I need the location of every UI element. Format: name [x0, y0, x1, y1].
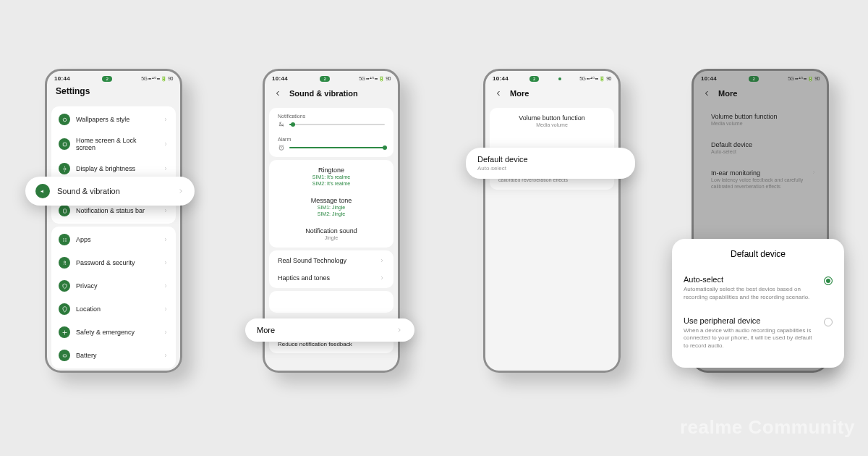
row-inear: In-ear monitoring Low latency voice feed…	[702, 164, 818, 195]
chevron-right-icon	[163, 237, 169, 242]
callout-more[interactable]: More	[245, 318, 414, 342]
extras-group: Real Sound Technology Haptics and tones	[269, 250, 393, 288]
chevron-right-icon	[177, 187, 184, 195]
radio-selected-icon[interactable]	[824, 276, 833, 285]
bell-off-icon	[278, 121, 285, 128]
row-volume-button: Volume button function Media volume	[702, 108, 818, 132]
status-time: 10:44	[272, 75, 288, 82]
row-homescreen[interactable]: Home screen & Lock screen	[51, 131, 176, 157]
chevron-right-icon	[163, 306, 169, 312]
phone-1-settings: 10:44 2 5G ▪▪ ⁴ᴳ ▪▪ 🔋 90 Settings Wallpa…	[45, 69, 182, 373]
status-bar: 10:44 2 5G ▪▪ ⁴ᴳ ▪▪ 🔋 90	[485, 71, 618, 85]
row-privacy[interactable]: Privacy	[51, 274, 176, 297]
chevron-right-icon	[379, 258, 385, 263]
callout-sound-vibration[interactable]: Sound & vibration	[25, 177, 195, 206]
chevron-right-icon	[163, 117, 169, 122]
slider-track[interactable]	[289, 124, 385, 125]
chevron-right-icon	[163, 166, 169, 172]
chevron-right-icon	[163, 141, 169, 147]
row-real-sound[interactable]: Real Sound Technology	[269, 252, 393, 269]
option-peripheral[interactable]: Use peripheral device When a device with…	[684, 311, 833, 359]
status-bar: 10:44 2 5G ▪▪ ⁴ᴳ ▪▪ 🔋 90	[694, 71, 827, 85]
sheet-title: Default device	[684, 249, 833, 259]
battery-icon	[59, 350, 70, 361]
svg-point-8	[63, 240, 64, 242]
row-ringtone[interactable]: Ringtone SIM1: It's realme SIM2: It's re…	[269, 161, 393, 192]
lock-icon	[59, 257, 70, 269]
page-header: More	[694, 85, 827, 105]
row-battery[interactable]: Battery	[51, 344, 176, 367]
svg-rect-1	[63, 143, 67, 146]
status-signal: 5G ▪▪ ⁴ᴳ ▪▪ 🔋 90	[359, 76, 391, 82]
row-apps[interactable]: Apps	[51, 228, 176, 251]
status-signal: 5G ▪▪ ⁴ᴳ ▪▪ 🔋 90	[788, 76, 820, 82]
back-icon[interactable]	[702, 89, 711, 98]
emergency-icon	[59, 326, 70, 338]
status-signal: 5G ▪▪ ⁴ᴳ ▪▪ 🔋 90	[141, 76, 173, 82]
chevron-right-icon	[379, 275, 385, 281]
status-time: 10:44	[54, 75, 70, 82]
brightness-icon	[59, 163, 70, 174]
watermark-text: realme Community	[680, 416, 855, 439]
dot-icon	[558, 77, 561, 80]
sound-icon	[35, 184, 50, 198]
status-badge: 2	[320, 76, 329, 82]
row-volume-button[interactable]: Volume button function Media volume	[490, 109, 614, 133]
status-badge: 2	[749, 76, 758, 82]
page-header: Sound & vibration	[265, 85, 398, 105]
chevron-right-icon	[163, 208, 169, 214]
row-location[interactable]: Location	[51, 297, 176, 321]
dim-content: Volume button function Media volume Defa…	[694, 105, 827, 198]
sheet-default-device: Default device Auto-select Automatically…	[672, 239, 844, 368]
status-bar: 10:44 2 5G ▪▪ ⁴ᴳ ▪▪ 🔋 90	[265, 71, 398, 85]
home-icon	[59, 138, 70, 150]
svg-point-2	[64, 168, 66, 170]
option-auto-select[interactable]: Auto-select Automatically select the bes…	[684, 269, 833, 311]
settings-group-2: Apps Password & security Privacy Locatio…	[51, 227, 176, 368]
notification-icon	[59, 205, 70, 216]
status-badge: 2	[529, 76, 539, 82]
back-icon[interactable]	[494, 89, 503, 98]
status-badge: 2	[102, 76, 111, 82]
status-bar: 10:44 2 5G ▪▪ ⁴ᴳ ▪▪ 🔋 90	[47, 71, 180, 85]
chevron-right-icon	[163, 329, 169, 335]
slider-track[interactable]	[289, 147, 385, 148]
status-time: 10:44	[493, 75, 509, 82]
row-notification-sound[interactable]: Notification sound Jingle	[269, 222, 393, 246]
svg-point-7	[65, 238, 67, 240]
row-haptics[interactable]: Haptics and tones	[269, 269, 393, 287]
chevron-right-icon	[163, 260, 169, 266]
volume-sliders: Notifications Alarm	[269, 108, 393, 157]
chevron-right-icon	[396, 326, 403, 334]
chevron-right-icon	[811, 169, 817, 175]
phone-3-more: 10:44 2 5G ▪▪ ⁴ᴳ ▪▪ 🔋 90 More Volume but…	[483, 69, 621, 373]
row-default-device: Default device Auto-select	[702, 136, 818, 160]
svg-point-9	[65, 240, 67, 242]
page-header: More	[485, 85, 618, 105]
slider-notifications[interactable]: Notifications	[269, 109, 393, 132]
back-icon[interactable]	[273, 89, 282, 98]
tones-group: Ringtone SIM1: It's realme SIM2: It's re…	[269, 160, 393, 248]
row-message-tone[interactable]: Message tone SIM1: Jingle SIM2: Jingle	[269, 192, 393, 222]
svg-point-6	[63, 238, 64, 240]
chevron-right-icon	[163, 352, 169, 358]
settings-group-1: Wallpapers & style Home screen & Lock sc…	[51, 106, 176, 224]
svg-rect-5	[63, 208, 66, 212]
radio-unselected-icon[interactable]	[824, 318, 833, 326]
callout-default-device[interactable]: Default device Auto-select	[466, 148, 635, 179]
shield-icon	[59, 280, 70, 292]
page-title: Settings	[47, 85, 180, 104]
more-group	[269, 291, 393, 313]
apps-icon	[59, 234, 70, 245]
row-safety[interactable]: Safety & emergency	[51, 321, 176, 344]
slider-alarm[interactable]: Alarm	[269, 132, 393, 156]
status-time: 10:44	[701, 75, 717, 82]
alarm-icon	[278, 144, 285, 151]
svg-point-0	[63, 118, 67, 122]
wallpaper-icon	[59, 114, 70, 125]
location-icon	[59, 303, 70, 315]
chevron-right-icon	[163, 283, 169, 289]
svg-point-10	[64, 261, 65, 262]
row-wallpapers[interactable]: Wallpapers & style	[51, 108, 176, 131]
row-password[interactable]: Password & security	[51, 251, 176, 274]
